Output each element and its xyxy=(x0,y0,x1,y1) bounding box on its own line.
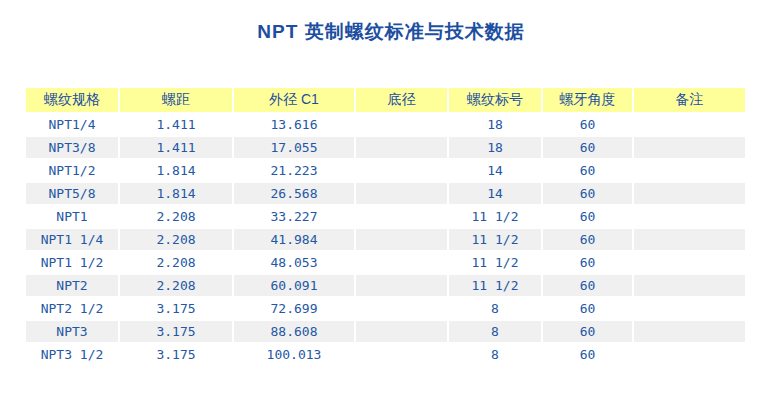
table-cell xyxy=(356,206,447,227)
table-row: NPT1 1/22.20848.05311 1/260 xyxy=(26,252,745,273)
table-cell: 3.175 xyxy=(120,321,232,342)
table-cell xyxy=(356,252,447,273)
table-cell xyxy=(634,206,745,227)
table-cell: 60 xyxy=(543,275,632,296)
table-cell xyxy=(356,298,447,319)
page-title: NPT 英制螺纹标准与技术数据 xyxy=(0,0,782,45)
column-header-thread-spec: 螺纹规格 xyxy=(26,88,118,112)
table-cell: 11 1/2 xyxy=(449,229,541,250)
table-cell: NPT5/8 xyxy=(26,183,118,204)
table-cell: 13.616 xyxy=(234,114,354,135)
table-cell: 2.208 xyxy=(120,206,232,227)
table-cell xyxy=(634,114,745,135)
table-cell xyxy=(634,275,745,296)
column-header-thread-angle: 螺牙角度 xyxy=(543,88,632,112)
table-row: NPT5/81.81426.5681460 xyxy=(26,183,745,204)
table-cell: 17.055 xyxy=(234,137,354,158)
table-row: NPT2 1/23.17572.699860 xyxy=(26,298,745,319)
table-cell xyxy=(356,160,447,181)
table-row: NPT1/41.41113.6161860 xyxy=(26,114,745,135)
table-cell: 72.699 xyxy=(234,298,354,319)
table-cell: 88.608 xyxy=(234,321,354,342)
table-cell: 60 xyxy=(543,298,632,319)
table-cell: 8 xyxy=(449,321,541,342)
table-cell: NPT3 xyxy=(26,321,118,342)
table-cell: 60 xyxy=(543,183,632,204)
column-header-remarks: 备注 xyxy=(634,88,745,112)
table-cell: 11 1/2 xyxy=(449,275,541,296)
table-cell: 8 xyxy=(449,298,541,319)
table-cell xyxy=(356,114,447,135)
table-cell xyxy=(356,229,447,250)
table-cell: 1.411 xyxy=(120,114,232,135)
table-header: 螺纹规格 螺距 外径 C1 底径 螺纹标号 螺牙角度 备注 xyxy=(26,88,745,112)
table-cell: NPT1/2 xyxy=(26,160,118,181)
table-cell xyxy=(634,183,745,204)
table-cell: 21.223 xyxy=(234,160,354,181)
table-cell xyxy=(634,321,745,342)
table-cell: 3.175 xyxy=(120,298,232,319)
table-cell: NPT3/8 xyxy=(26,137,118,158)
table-cell xyxy=(634,298,745,319)
table-cell: 11 1/2 xyxy=(449,206,541,227)
table-row: NPT33.17588.608860 xyxy=(26,321,745,342)
column-header-root-dia: 底径 xyxy=(356,88,447,112)
table-cell: 100.013 xyxy=(234,344,354,365)
table-cell: 41.984 xyxy=(234,229,354,250)
table-cell: 8 xyxy=(449,344,541,365)
table-cell: 11 1/2 xyxy=(449,252,541,273)
table-cell xyxy=(356,321,447,342)
table-cell xyxy=(634,344,745,365)
table-cell: 14 xyxy=(449,160,541,181)
table-cell xyxy=(356,344,447,365)
table-row: NPT22.20860.09111 1/260 xyxy=(26,275,745,296)
table-cell: 3.175 xyxy=(120,344,232,365)
table-cell: 48.053 xyxy=(234,252,354,273)
table-cell: 60 xyxy=(543,137,632,158)
table-cell: 60 xyxy=(543,206,632,227)
table-cell xyxy=(356,137,447,158)
table-body: NPT1/41.41113.6161860NPT3/81.41117.05518… xyxy=(26,114,745,365)
table-cell: 2.208 xyxy=(120,229,232,250)
table-cell: NPT3 1/2 xyxy=(26,344,118,365)
table-row: NPT1/21.81421.2231460 xyxy=(26,160,745,181)
table-row: NPT3 1/23.175100.013860 xyxy=(26,344,745,365)
table-cell xyxy=(356,275,447,296)
column-header-pitch: 螺距 xyxy=(120,88,232,112)
table-row: NPT1 1/42.20841.98411 1/260 xyxy=(26,229,745,250)
table-cell: 26.568 xyxy=(234,183,354,204)
table-cell: 60 xyxy=(543,321,632,342)
table-cell: 1.814 xyxy=(120,183,232,204)
table-cell xyxy=(634,137,745,158)
table-cell: 14 xyxy=(449,183,541,204)
table-cell: 60 xyxy=(543,160,632,181)
table-cell: 33.227 xyxy=(234,206,354,227)
table-cell: 18 xyxy=(449,114,541,135)
table-row: NPT3/81.41117.0551860 xyxy=(26,137,745,158)
table-cell: 60 xyxy=(543,229,632,250)
table-header-row: 螺纹规格 螺距 外径 C1 底径 螺纹标号 螺牙角度 备注 xyxy=(26,88,745,112)
table-cell: NPT1/4 xyxy=(26,114,118,135)
table-cell xyxy=(356,183,447,204)
table-row: NPT12.20833.22711 1/260 xyxy=(26,206,745,227)
table-cell: 60.091 xyxy=(234,275,354,296)
table-cell: 2.208 xyxy=(120,252,232,273)
table-cell: NPT2 1/2 xyxy=(26,298,118,319)
table-cell: NPT2 xyxy=(26,275,118,296)
column-header-outer-dia: 外径 C1 xyxy=(234,88,354,112)
table-cell xyxy=(634,252,745,273)
table-cell: 1.814 xyxy=(120,160,232,181)
table-cell xyxy=(634,160,745,181)
table-cell: 1.411 xyxy=(120,137,232,158)
table-cell: 60 xyxy=(543,114,632,135)
table-cell: NPT1 xyxy=(26,206,118,227)
thread-spec-table: 螺纹规格 螺距 外径 C1 底径 螺纹标号 螺牙角度 备注 NPT1/41.41… xyxy=(24,86,747,367)
table-cell: NPT1 1/2 xyxy=(26,252,118,273)
table-cell: NPT1 1/4 xyxy=(26,229,118,250)
table-cell: 2.208 xyxy=(120,275,232,296)
table-cell: 60 xyxy=(543,252,632,273)
table-cell: 60 xyxy=(543,344,632,365)
table-cell xyxy=(634,229,745,250)
page: NPT 英制螺纹标准与技术数据 螺纹规格 螺距 外径 C1 底径 螺纹标号 螺牙… xyxy=(0,0,782,415)
column-header-thread-number: 螺纹标号 xyxy=(449,88,541,112)
